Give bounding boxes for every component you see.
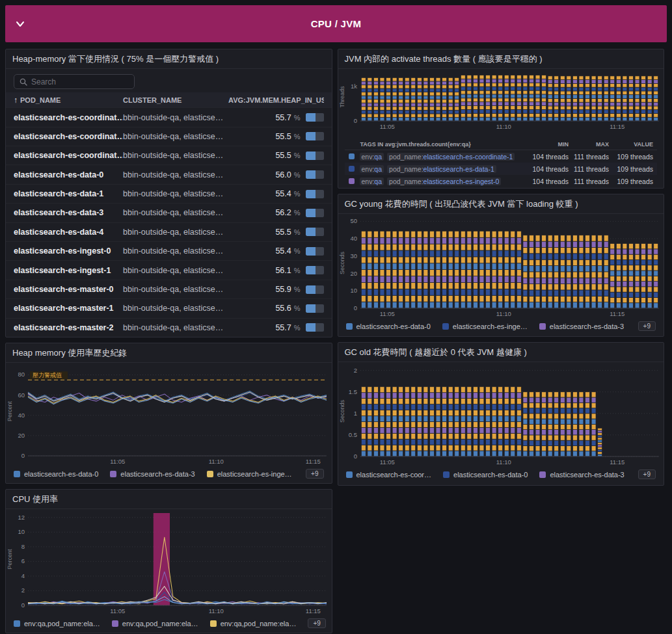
heap-usage-cell: 55.5% <box>228 151 324 160</box>
table-row[interactable]: elasticsearch-es-master-0bbin-outside-qa… <box>6 280 332 298</box>
table-row[interactable]: elasticsearch-es-master-1bbin-outside-qa… <box>6 298 332 317</box>
current-value: 109 threads <box>609 178 653 185</box>
heap-usage-cell: 56.0% <box>228 170 324 179</box>
threads-table-row[interactable]: env:qapod_name:elasticsearch-es-coordina… <box>345 150 658 163</box>
svg-text:11:15: 11:15 <box>306 458 321 465</box>
table-search[interactable] <box>14 74 135 89</box>
usage-bar <box>306 228 324 236</box>
cpu-usage-chart[interactable]: 02468101211:0511:1011:15Percent <box>6 509 332 615</box>
env-tag[interactable]: env:qa <box>360 178 384 185</box>
gc_young-svg: 0102030405011:0511:1011:15Seconds <box>338 214 664 318</box>
legend-item[interactable]: elasticsearch-es-inge… <box>207 470 292 478</box>
legend-item[interactable]: env:qa,pod_name:ela… <box>112 620 198 627</box>
heap-usage-cell: 56.1% <box>228 266 324 275</box>
svg-text:0: 0 <box>21 601 25 609</box>
group-header[interactable]: CPU / JVM <box>5 5 667 42</box>
legend-more-button[interactable]: +9 <box>306 469 323 479</box>
table-row[interactable]: elasticsearch-es-data-1bbin-outside-qa, … <box>6 184 332 203</box>
svg-text:11:10: 11:10 <box>209 458 224 465</box>
column-avg-heap[interactable]: AVG:JVM.MEM.HEAP_IN_US… <box>228 96 324 104</box>
usage-value: 56.2 <box>275 208 291 217</box>
cpu-svg: 02468101211:0511:1011:15Percent <box>6 509 332 615</box>
legend-swatch-icon <box>207 471 213 477</box>
heap_history-svg: 020406080壓力警戒值11:0511:1011:15Percent <box>6 363 332 466</box>
heap-usage-cell: 55.4% <box>228 189 324 198</box>
table-row[interactable]: elasticsearch-es-coordinat…bbin-outside-… <box>6 127 332 146</box>
heap-history-chart[interactable]: 020406080壓力警戒值11:0511:1011:15Percent <box>6 363 332 466</box>
table-row[interactable]: elasticsearch-es-data-4bbin-outside-qa, … <box>6 222 332 241</box>
usage-bar <box>306 190 324 198</box>
svg-text:Seconds: Seconds <box>339 251 345 274</box>
svg-text:Percent: Percent <box>7 401 13 421</box>
pod-name-tag[interactable]: pod_name:elasticsearch-es-data-1 <box>387 165 496 173</box>
legend-item[interactable]: elasticsearch-es-data-0 <box>443 471 528 479</box>
legend-more-button[interactable]: +9 <box>308 618 325 628</box>
table-row[interactable]: elasticsearch-es-ingest-0bbin-outside-qa… <box>6 241 332 260</box>
column-pod-name[interactable]: ↑ POD_NAME <box>14 96 123 105</box>
gc-old-chart[interactable]: 00.511.5211:0511:1011:15Seconds <box>338 362 664 466</box>
threads-table-row[interactable]: env:qapod_name:elasticsearch-es-ingest-0… <box>345 175 658 187</box>
chart-legend: elasticsearch-es-coor…elasticsearch-es-d… <box>338 466 664 484</box>
svg-text:0: 0 <box>353 304 356 311</box>
chevron-down-icon[interactable] <box>16 21 25 27</box>
search-input[interactable] <box>31 77 129 86</box>
gc-young-chart[interactable]: 0102030405011:0511:1011:15Seconds <box>338 214 664 318</box>
legend-swatch-icon <box>110 471 116 477</box>
usage-bar <box>306 266 324 274</box>
svg-text:11:15: 11:15 <box>610 458 625 466</box>
panel-title: CPU 使用率 <box>6 490 332 509</box>
pod-name-tag[interactable]: pod_name:elasticsearch-es-coordinate-1 <box>387 153 515 161</box>
pod-name: elasticsearch-es-ingest-1 <box>14 266 123 275</box>
legend-item[interactable]: elasticsearch-es-inge… <box>442 323 528 330</box>
threads-table-header: TAGS IN avg:jvm.threads.count{env:qa} MI… <box>345 139 658 150</box>
cluster-name: bbin-outside-qa, elasticse… <box>123 304 228 313</box>
svg-text:20: 20 <box>18 432 25 439</box>
legend-more-button[interactable]: +9 <box>638 321 656 331</box>
heap-usage-cell: 55.9% <box>228 285 324 294</box>
legend-item[interactable]: elasticsearch-es-data-3 <box>539 471 624 479</box>
table-row[interactable]: elasticsearch-es-ingest-1bbin-outside-qa… <box>6 260 332 279</box>
usage-bar <box>306 209 324 217</box>
legend-label: env:qa,pod_name:ela… <box>24 620 100 627</box>
usage-value: 56.0 <box>275 170 291 179</box>
table-row[interactable]: elasticsearch-es-data-0bbin-outside-qa, … <box>6 165 332 183</box>
legend-item[interactable]: elasticsearch-es-data-0 <box>14 470 98 478</box>
legend-item[interactable]: elasticsearch-es-data-3 <box>539 323 624 330</box>
pod-name: elasticsearch-es-data-1 <box>14 189 123 198</box>
svg-text:0: 0 <box>353 117 356 124</box>
svg-text:12: 12 <box>18 514 25 521</box>
column-cluster-name[interactable]: CLUSTER_NAME <box>123 96 228 104</box>
table-row[interactable]: elasticsearch-es-master-2bbin-outside-qa… <box>6 318 332 337</box>
legend-swatch-icon <box>14 620 20 627</box>
chart-legend: env:qa,pod_name:ela…env:qa,pod_name:ela…… <box>6 615 332 633</box>
legend-more-button[interactable]: +9 <box>638 469 656 479</box>
legend-item[interactable]: elasticsearch-es-data-3 <box>110 470 195 478</box>
pod-name-tag[interactable]: pod_name:elasticsearch-es-ingest-0 <box>387 178 501 185</box>
svg-text:壓力警戒值: 壓力警戒值 <box>33 372 62 378</box>
legend-item[interactable]: env:qa,pod_name:ela… <box>14 620 100 627</box>
max-value: 111 threads <box>569 153 609 161</box>
usage-bar <box>306 170 324 179</box>
panel-title: Heap-memory 當下使用情況 ( 75% 是一個壓力警戒值 ) <box>6 49 332 69</box>
legend-item[interactable]: env:qa,pod_name:ela… <box>210 620 297 627</box>
table-row[interactable]: elasticsearch-es-coordinat…bbin-outside-… <box>6 146 332 165</box>
legend-label: elasticsearch-es-data-3 <box>120 470 195 478</box>
percent-sign: % <box>294 209 301 217</box>
env-tag[interactable]: env:qa <box>360 153 384 161</box>
table-row[interactable]: elasticsearch-es-data-3bbin-outside-qa, … <box>6 203 332 222</box>
svg-text:0.5: 0.5 <box>348 431 356 438</box>
table-row[interactable]: elasticsearch-es-coordinat…bbin-outside-… <box>6 107 332 126</box>
pod-name: elasticsearch-es-data-3 <box>14 208 123 217</box>
threads-chart[interactable]: 01k11:0511:1011:15Threads <box>338 69 664 131</box>
max-value: 111 threads <box>569 165 609 173</box>
usage-value: 56.1 <box>275 266 291 275</box>
legend-item[interactable]: elasticsearch-es-data-0 <box>346 323 431 330</box>
heap-usage-cell: 55.4% <box>228 246 324 256</box>
svg-text:1.5: 1.5 <box>348 388 356 395</box>
env-tag[interactable]: env:qa <box>360 165 384 173</box>
percent-sign: % <box>294 324 301 332</box>
legend-item[interactable]: elasticsearch-es-coor… <box>346 471 432 479</box>
svg-text:4: 4 <box>21 572 25 579</box>
dashboard: CPU / JVM Heap-memory 當下使用情況 ( 75% 是一個壓力… <box>0 0 672 634</box>
threads-table-row[interactable]: env:qapod_name:elasticsearch-es-data-110… <box>345 163 658 175</box>
